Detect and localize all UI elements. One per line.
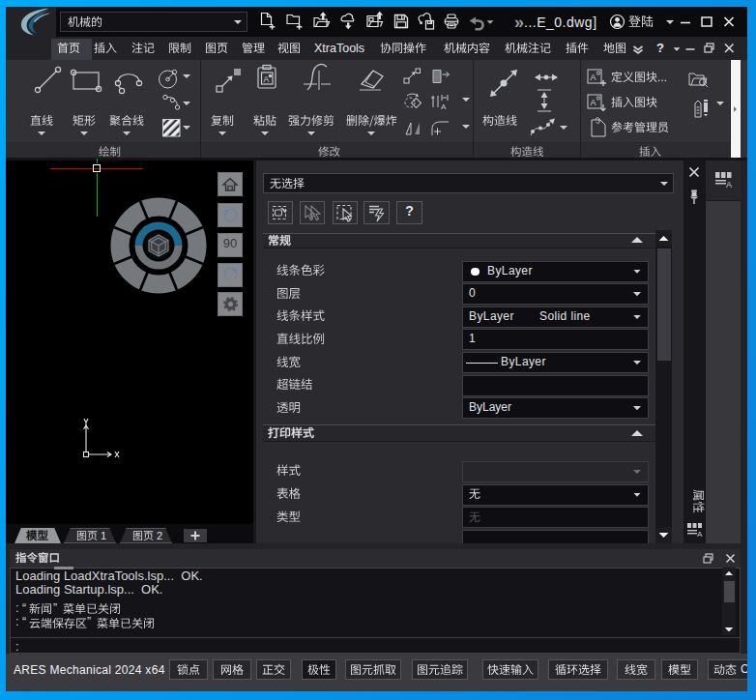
svg-text:A: A — [697, 530, 703, 538]
svg-text:A: A — [264, 74, 270, 84]
svg-text:A: A — [441, 102, 447, 111]
svg-text:A: A — [726, 180, 732, 189]
svg-text:A: A — [591, 73, 596, 82]
svg-text:A: A — [591, 98, 596, 107]
